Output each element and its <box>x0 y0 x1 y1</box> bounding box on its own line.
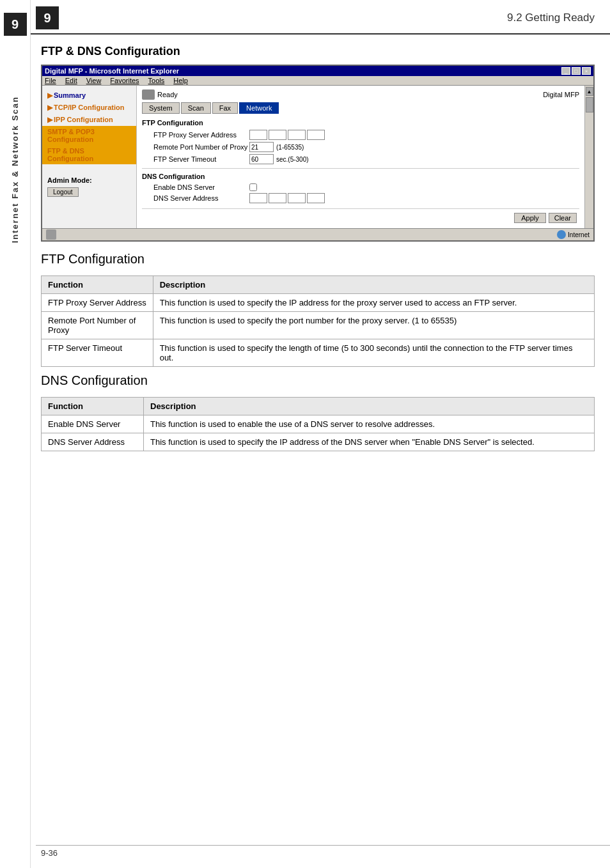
clear-button[interactable]: Clear <box>549 213 577 223</box>
remote-port-input[interactable] <box>249 142 274 152</box>
chapter-num-badge: 9 <box>4 13 27 36</box>
ftp-timeout-input[interactable] <box>249 154 274 164</box>
ftp-row1-func: FTP Proxy Server Address <box>42 294 153 312</box>
nav-item-smtp[interactable]: SMTP & POP3 Configuration <box>42 126 136 145</box>
tab-network[interactable]: Network <box>239 102 279 114</box>
dns-ip3[interactable] <box>288 193 306 203</box>
page-number: 9-36 <box>41 848 58 858</box>
remote-port-hint: (1-65535) <box>276 144 304 151</box>
close-button[interactable]: × <box>582 67 591 75</box>
ftp-col-description: Description <box>153 276 594 294</box>
ftp-table: Function Description FTP Proxy Server Ad… <box>41 275 595 367</box>
dns-row1-func: Enable DNS Server <box>42 415 144 433</box>
tab-system[interactable]: System <box>142 102 180 114</box>
table-row: Remote Port Number ofProxy This function… <box>42 312 595 339</box>
dns-table: Function Description Enable DNS Server T… <box>41 397 595 451</box>
apply-button[interactable]: Apply <box>514 213 546 223</box>
nav-panel: ▶Summary ▶TCP/IP Configuration ▶IPP Conf… <box>42 86 137 228</box>
ftp-timeout-label: FTP Server Timeout <box>142 155 249 163</box>
ftp-proxy-ip1[interactable] <box>249 130 267 140</box>
chapter-vertical-label: Internet Fax & Network Scan <box>10 96 20 243</box>
ftp-proxy-ip4[interactable] <box>307 130 325 140</box>
tab-bar: System Scan Fax Network <box>142 102 579 114</box>
status-ready: Ready <box>157 91 178 98</box>
page-header: 9.2 Getting Ready <box>507 12 595 24</box>
scrollbar[interactable]: ▲ <box>584 86 593 228</box>
ftp-col-function: Function <box>42 276 153 294</box>
dns-address-label: DNS Server Address <box>142 194 249 202</box>
tab-scan[interactable]: Scan <box>181 102 211 114</box>
chapter-number-box: 9 <box>36 6 59 29</box>
ftp-row3-func: FTP Server Timeout <box>42 339 153 367</box>
menu-view[interactable]: View <box>86 77 102 84</box>
ftp-row2-desc: This function is used to specify the por… <box>153 312 594 339</box>
browser-window: Digital MFP - Microsoft Internet Explore… <box>41 65 595 242</box>
ftp-row2-func: Remote Port Number ofProxy <box>42 312 153 339</box>
nav-item-ftp-dns[interactable]: FTP & DNS Configuration <box>42 145 136 164</box>
device-name: Digital MFP <box>543 91 579 98</box>
ftp-config-title: FTP Configuration <box>142 119 579 127</box>
dns-col-description: Description <box>144 398 595 415</box>
dns-ip1[interactable] <box>249 193 267 203</box>
menu-edit[interactable]: Edit <box>65 77 77 84</box>
nav-item-ipp[interactable]: ▶IPP Configuration <box>42 114 136 126</box>
menu-help[interactable]: Help <box>173 77 188 84</box>
tab-fax[interactable]: Fax <box>212 102 238 114</box>
browser-title: Digital MFP - Microsoft Internet Explore… <box>45 67 179 75</box>
dns-ip4[interactable] <box>307 193 325 203</box>
dns-ip2[interactable] <box>269 193 286 203</box>
content-panel: Ready Digital MFP System Scan Fax Networ… <box>137 86 584 228</box>
maximize-button[interactable]: □ <box>572 67 581 75</box>
admin-mode-label: Admin Mode: <box>42 174 136 186</box>
dns-config-title: DNS Configuration <box>142 173 579 180</box>
ftp-doc-title: FTP Configuration <box>41 252 595 267</box>
status-internet: Internet <box>557 230 590 239</box>
printer-icon <box>142 89 155 100</box>
menu-file[interactable]: File <box>45 77 56 84</box>
menu-favorites[interactable]: Favorites <box>110 77 139 84</box>
ftp-proxy-ip3[interactable] <box>288 130 306 140</box>
ftp-proxy-inputs <box>249 130 325 140</box>
browser-statusbar: Internet <box>42 228 593 240</box>
table-row: FTP Proxy Server Address This function i… <box>42 294 595 312</box>
ftp-row1-desc: This function is used to specify the IP … <box>153 294 594 312</box>
ftp-timeout-hint: sec.(5-300) <box>276 156 309 163</box>
ftp-doc-section: FTP Configuration Function Description F… <box>41 252 595 367</box>
nav-item-tcpip[interactable]: ▶TCP/IP Configuration <box>42 102 136 114</box>
remote-port-label: Remote Port Number of Proxy <box>142 143 249 151</box>
browser-menubar: File Edit View Favorites Tools Help <box>42 76 593 86</box>
menu-tools[interactable]: Tools <box>148 77 165 84</box>
dns-address-inputs <box>249 193 325 203</box>
dns-col-function: Function <box>42 398 144 415</box>
logout-button[interactable]: Logout <box>47 187 79 197</box>
table-row: FTP Server Timeout This function is used… <box>42 339 595 367</box>
table-row: Enable DNS Server This function is used … <box>42 415 595 433</box>
ftp-row3-desc: This function is used to specify the len… <box>153 339 594 367</box>
enable-dns-label: Enable DNS Server <box>142 183 249 191</box>
enable-dns-checkbox[interactable] <box>249 183 257 191</box>
nav-item-summary[interactable]: ▶Summary <box>42 89 136 102</box>
minimize-button[interactable]: _ <box>561 67 570 75</box>
dns-doc-section: DNS Configuration Function Description E… <box>41 373 595 451</box>
section-title: FTP & DNS Configuration <box>41 45 595 58</box>
dns-row2-desc: This function is used to specify the IP … <box>144 433 595 451</box>
ftp-proxy-label: FTP Proxy Server Address <box>142 131 249 139</box>
dns-row2-func: DNS Server Address <box>42 433 144 451</box>
ftp-proxy-ip2[interactable] <box>269 130 286 140</box>
table-row: DNS Server Address This function is used… <box>42 433 595 451</box>
chapter-sidebar: 9 Internet Fax & Network Scan <box>0 0 31 868</box>
browser-titlebar: Digital MFP - Microsoft Internet Explore… <box>42 66 593 76</box>
dns-doc-title: DNS Configuration <box>41 373 595 388</box>
dns-row1-desc: This function is used to enable the use … <box>144 415 595 433</box>
